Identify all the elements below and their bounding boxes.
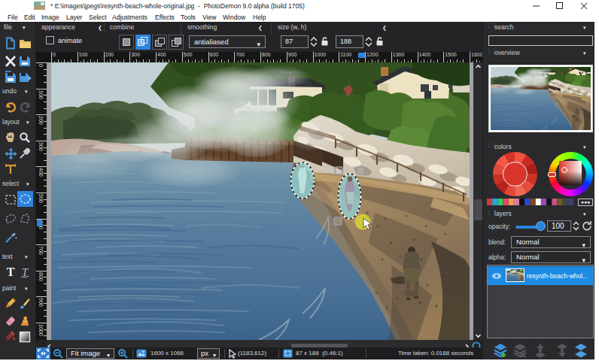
svg-text:T: T bbox=[7, 265, 15, 278]
